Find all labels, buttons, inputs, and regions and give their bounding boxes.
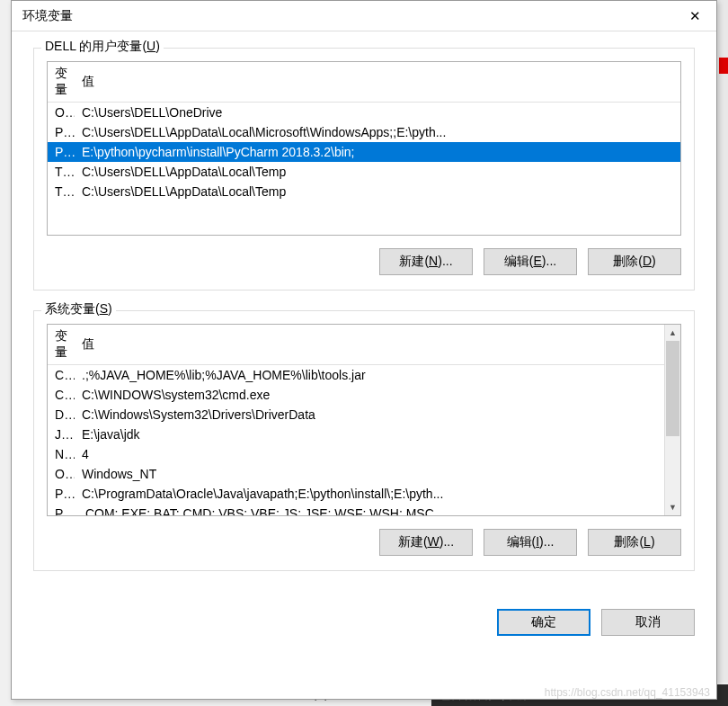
dialog-button-row: 确定 取消 — [12, 609, 716, 636]
system-delete-button[interactable]: 删除(L) — [588, 529, 681, 556]
table-row[interactable]: PATHEXT.COM;.EXE;.BAT;.CMD;.VBS;.VBE;.JS… — [48, 504, 664, 516]
system-vars-button-row: 新建(W)... 编辑(I)... 删除(L) — [47, 529, 681, 556]
table-row[interactable]: OSWindows_NT — [48, 464, 664, 484]
system-vars-label: 系统变量(S) — [41, 301, 116, 317]
system-vars-groupbox: 系统变量(S) 变量 值 CLASSPATH.;%JAVA_HOME%\lib;… — [33, 310, 695, 571]
system-edit-button[interactable]: 编辑(I)... — [484, 529, 577, 556]
titlebar: 环境变量 ✕ — [12, 1, 716, 31]
table-row[interactable]: DriverDataC:\Windows\System32\Drivers\Dr… — [48, 405, 664, 424]
table-row[interactable]: PathC:\ProgramData\Oracle\Java\javapath;… — [48, 484, 664, 504]
close-button[interactable]: ✕ — [673, 1, 716, 31]
system-vars-table[interactable]: 变量 值 CLASSPATH.;%JAVA_HOME%\lib;%JAVA_HO… — [48, 325, 664, 516]
user-col-value[interactable]: 值 — [75, 62, 680, 103]
background-red-strip — [719, 58, 728, 74]
table-row[interactable]: CLASSPATH.;%JAVA_HOME%\lib;%JAVA_HOME%\l… — [48, 365, 664, 386]
user-edit-button[interactable]: 编辑(E)... — [484, 248, 577, 275]
env-vars-dialog: 环境变量 ✕ DELL 的用户变量(U) 变量 值 — [11, 0, 717, 700]
dialog-title: 环境变量 — [22, 8, 73, 24]
user-new-button[interactable]: 新建(N)... — [379, 248, 473, 275]
user-delete-button[interactable]: 删除(D) — [588, 248, 681, 275]
table-row[interactable]: JAVA_HOMEE:\java\jdk — [48, 424, 664, 444]
table-row[interactable]: OneDriveC:\Users\DELL\OneDrive — [48, 103, 680, 123]
system-vars-table-wrap: 变量 值 CLASSPATH.;%JAVA_HOME%\lib;%JAVA_HO… — [47, 324, 681, 516]
sys-col-value[interactable]: 值 — [75, 325, 664, 365]
system-vars-scrollbar[interactable]: ▲ ▼ — [664, 325, 680, 515]
scroll-down-icon[interactable]: ▼ — [665, 499, 680, 515]
user-vars-table-wrap: 变量 值 OneDriveC:\Users\DELL\OneDrive Path… — [47, 61, 681, 236]
scroll-track[interactable] — [665, 341, 680, 499]
sys-col-variable[interactable]: 变量 — [48, 325, 75, 365]
user-col-variable[interactable]: 变量 — [48, 62, 75, 103]
table-row[interactable]: TMPC:\Users\DELL\AppData\Local\Temp — [48, 182, 680, 201]
user-vars-table[interactable]: 变量 值 OneDriveC:\Users\DELL\OneDrive Path… — [48, 62, 680, 201]
ok-button[interactable]: 确定 — [497, 609, 590, 636]
system-new-button[interactable]: 新建(W)... — [379, 529, 473, 556]
user-vars-button-row: 新建(N)... 编辑(E)... 删除(D) — [47, 248, 681, 275]
table-row[interactable]: ComSpecC:\WINDOWS\system32\cmd.exe — [48, 385, 664, 405]
dialog-content: DELL 的用户变量(U) 变量 值 OneDriveC:\Users\DELL… — [12, 31, 716, 607]
table-row[interactable]: TEMPC:\Users\DELL\AppData\Local\Temp — [48, 162, 680, 182]
table-row[interactable]: NUMBER_OF_PROCESSORS4 — [48, 444, 664, 464]
user-vars-label: DELL 的用户变量(U) — [41, 39, 164, 55]
user-vars-groupbox: DELL 的用户变量(U) 变量 值 OneDriveC:\Users\DELL… — [33, 48, 695, 290]
cancel-button[interactable]: 取消 — [601, 609, 695, 636]
close-icon: ✕ — [689, 8, 701, 24]
table-row[interactable]: PathC:\Users\DELL\AppData\Local\Microsof… — [48, 122, 680, 142]
scroll-up-icon[interactable]: ▲ — [665, 325, 680, 341]
background-left-strip — [0, 0, 11, 706]
scroll-thumb[interactable] — [666, 341, 679, 436]
table-row-selected[interactable]: PyCharmE:\python\pycharm\install\PyCharm… — [48, 142, 680, 162]
